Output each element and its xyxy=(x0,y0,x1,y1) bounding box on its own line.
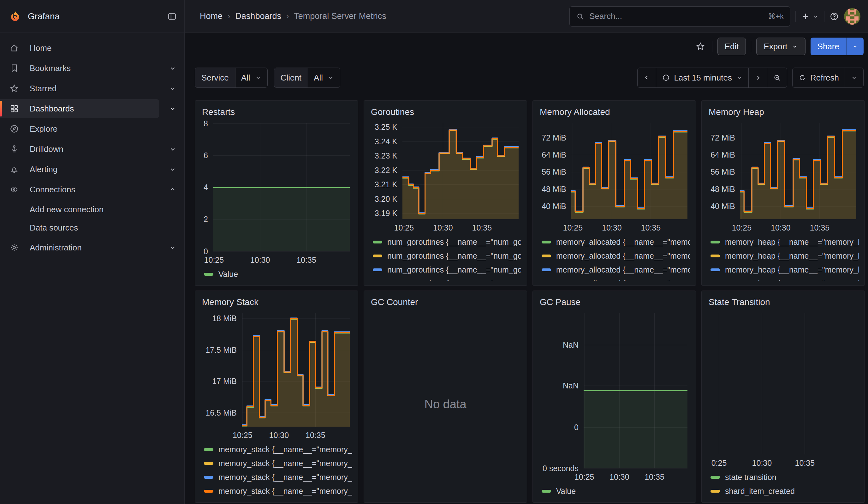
search-icon xyxy=(576,12,584,21)
legend-item[interactable]: memory_heap {__name__="memory_h xyxy=(707,249,859,263)
chevron-down-icon[interactable] xyxy=(168,104,177,113)
edit-button[interactable]: Edit xyxy=(717,38,746,55)
legend-label: num_goroutines {__name__="num_go xyxy=(387,265,521,275)
panel-chart[interactable]: 0:2510:3010:35 xyxy=(707,310,859,469)
legend-item[interactable]: memory_heap {__name__="memory_h xyxy=(707,263,859,277)
sidebar-item-label: Bookmarks xyxy=(30,63,158,73)
time-back-button[interactable] xyxy=(638,68,656,88)
chevron-down-icon xyxy=(791,43,798,50)
dashboard-content: Edit Export Share xyxy=(185,33,868,504)
search-shortcut: ⌘+k xyxy=(768,12,784,21)
user-avatar[interactable] xyxy=(844,8,860,25)
legend-item[interactable]: memory_allocated {__name__="memo xyxy=(538,263,690,277)
zoom-out-button[interactable] xyxy=(767,68,787,88)
sidebar-item-explore[interactable]: Explore xyxy=(0,119,184,138)
breadcrumb-item-home[interactable]: Home xyxy=(200,11,223,21)
sidebar-item-bookmarks[interactable]: Bookmarks xyxy=(0,59,184,78)
legend-item[interactable]: memory_allocated {__name__="memo xyxy=(538,249,690,263)
sidebar-item-starred[interactable]: Starred xyxy=(0,79,184,98)
search-input[interactable] xyxy=(589,11,764,21)
help-button[interactable] xyxy=(829,12,839,21)
share-button[interactable]: Share xyxy=(810,38,846,55)
sidebar-item-connections[interactable]: Connections xyxy=(0,180,184,199)
legend-item[interactable]: Value xyxy=(201,267,352,281)
panel-legend: memory_allocated {__name__="memomemory_a… xyxy=(538,235,690,281)
panel-title[interactable]: Memory Allocated xyxy=(540,106,690,118)
legend-item[interactable]: memory_stack {__name__="memory_s xyxy=(201,470,352,484)
connections-icon xyxy=(9,185,19,194)
panel-chart[interactable]: 0246810:2510:3010:35 xyxy=(201,120,352,266)
chevron-down-icon[interactable] xyxy=(168,145,177,153)
legend-item[interactable]: num_goroutines {__name__="num_go xyxy=(370,263,521,277)
panel-state-transition: State Transition0:2510:3010:35state tran… xyxy=(701,290,865,503)
legend-item[interactable]: memory_stack {__name__="memory_s xyxy=(201,442,352,456)
panel-title[interactable]: GC Pause xyxy=(540,297,690,308)
home-icon xyxy=(9,43,19,53)
legend-item[interactable]: shard_item_created xyxy=(707,484,859,498)
legend-item[interactable]: memory_heap {__name__="memory_h xyxy=(707,235,859,249)
sidebar-item-alerting[interactable]: Alerting xyxy=(0,160,184,179)
chevron-down-icon[interactable] xyxy=(168,64,177,72)
chevron-up-icon[interactable] xyxy=(168,185,177,194)
legend-label: state transition xyxy=(725,473,776,482)
panel-restarts: Restarts0246810:2510:3010:35Value xyxy=(195,101,358,286)
time-forward-button[interactable] xyxy=(749,68,767,88)
favorite-button[interactable] xyxy=(694,40,707,53)
panel-chart[interactable]: 72 MiB64 MiB56 MiB48 MiB40 MiB10:2510:30… xyxy=(538,120,690,234)
sidebar-item-dashboards[interactable]: Dashboards xyxy=(0,99,184,118)
legend-item[interactable]: memory_allocated {__name__="memo xyxy=(538,277,690,281)
panel-title[interactable]: Restarts xyxy=(202,106,352,118)
drilldown-icon xyxy=(9,144,19,154)
panel-chart[interactable]: 18 MiB17.5 MiB17 MiB16.5 MiB10:2510:3010… xyxy=(201,310,352,441)
legend-item[interactable]: num_goroutines {__name__="num_go xyxy=(370,277,521,281)
chevron-down-icon[interactable] xyxy=(168,84,177,93)
svg-text:17.5 MiB: 17.5 MiB xyxy=(206,346,237,354)
panel-title[interactable]: GC Counter xyxy=(371,297,521,308)
sidebar-subitem-add-new-connection[interactable]: Add new connection xyxy=(0,200,184,218)
legend-item[interactable]: num_goroutines {__name__="num_go xyxy=(370,249,521,263)
export-button[interactable]: Export xyxy=(756,38,805,55)
time-range-button[interactable]: Last 15 minutes xyxy=(656,68,749,88)
new-button[interactable] xyxy=(801,12,819,21)
legend-item[interactable]: memory_stack {__name__="memory_s xyxy=(201,456,352,470)
share-caret-button[interactable] xyxy=(846,38,864,55)
panel-title[interactable]: Memory Heap xyxy=(709,106,859,118)
sidebar-item-administration[interactable]: Administration xyxy=(0,238,184,257)
chevron-left-icon xyxy=(643,74,650,81)
panel-chart[interactable]: 72 MiB64 MiB56 MiB48 MiB40 MiB10:2510:30… xyxy=(707,120,859,234)
navbar-divider xyxy=(795,11,796,22)
legend-item[interactable]: state transition xyxy=(707,470,859,484)
legend-item[interactable]: memory_heap {__name__="memory_h xyxy=(707,277,859,281)
search-box[interactable]: ⌘+k xyxy=(569,6,790,27)
template-variables: ServiceAllClientAll xyxy=(195,68,340,88)
panel-chart[interactable]: 3.25 K3.24 K3.23 K3.22 K3.21 K3.20 K3.19… xyxy=(370,120,521,234)
refresh-caret-button[interactable] xyxy=(845,68,863,88)
sidebar-item-drilldown[interactable]: Drilldown xyxy=(0,140,184,158)
legend-label: memory_heap {__name__="memory_h xyxy=(725,265,859,275)
sidebar-toggle-icon[interactable] xyxy=(167,12,177,21)
legend-item[interactable]: memory_allocated {__name__="memo xyxy=(538,235,690,249)
share-split-button: Share xyxy=(810,38,864,55)
panel-title[interactable]: State Transition xyxy=(709,297,859,308)
refresh-button[interactable]: Refresh xyxy=(793,68,845,88)
filter-value-dropdown[interactable]: All xyxy=(236,68,267,88)
legend-item[interactable]: memory_stack {__name__="memory_s xyxy=(201,484,352,498)
sidebar-item-home[interactable]: Home xyxy=(0,39,184,58)
panel-title[interactable]: Goroutines xyxy=(371,106,521,118)
svg-text:10:35: 10:35 xyxy=(810,223,830,232)
sidebar-subitem-data-sources[interactable]: Data sources xyxy=(0,218,184,237)
svg-text:10:35: 10:35 xyxy=(644,472,664,481)
chevron-down-icon[interactable] xyxy=(168,165,177,173)
panel-gc-counter: GC CounterNo data xyxy=(364,290,527,503)
chevron-down-icon[interactable] xyxy=(168,244,177,252)
panel-title[interactable]: Memory Stack xyxy=(202,297,352,308)
breadcrumb-item-dashboards[interactable]: Dashboards xyxy=(235,11,281,21)
panel-chart[interactable]: NaNNaN00 seconds10:2510:3010:35 xyxy=(538,310,690,483)
legend-swatch xyxy=(711,476,720,479)
sidebar-item-label: Alerting xyxy=(30,165,158,174)
legend-item[interactable]: num_goroutines {__name__="num_go xyxy=(370,235,521,249)
legend-item[interactable]: Value xyxy=(538,484,690,498)
filter-value-dropdown[interactable]: All xyxy=(308,68,340,88)
legend-swatch xyxy=(204,448,213,451)
legend-label: memory_allocated {__name__="memo xyxy=(556,265,690,275)
